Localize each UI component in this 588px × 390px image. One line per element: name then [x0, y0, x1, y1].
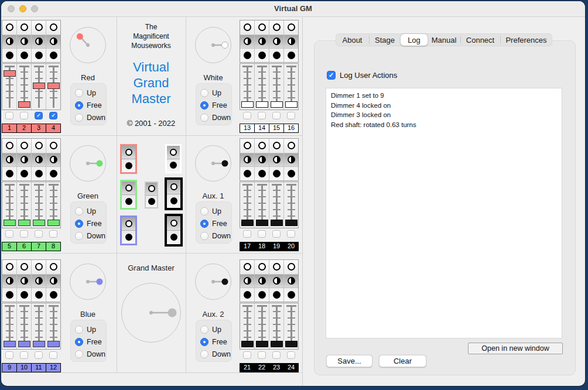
channel-19-switch-down[interactable]	[269, 166, 283, 180]
channel-9-switch-up[interactable]	[2, 260, 16, 274]
channel-15-switch-up[interactable]	[269, 20, 283, 35]
radio-button-icon[interactable]	[75, 101, 83, 110]
channel-10-slider-handle[interactable]	[18, 341, 30, 347]
channel-14-slider[interactable]	[254, 64, 269, 110]
channel-7-switch-mid[interactable]	[31, 153, 46, 167]
grand-master-knob-dial[interactable]	[121, 282, 182, 343]
aux1-radio-free[interactable]: Free	[196, 217, 231, 230]
channel-7-slider-handle[interactable]	[33, 220, 45, 226]
channel-12-switch-mid[interactable]	[46, 274, 60, 288]
channel-15-lock-checkbox[interactable]	[272, 112, 281, 119]
blue-knob-dial[interactable]	[69, 263, 107, 300]
channel-8-switch-mid[interactable]	[46, 153, 60, 167]
tab-preferences[interactable]: Preferences	[500, 33, 552, 46]
blue-radio-up[interactable]: Up	[71, 323, 106, 336]
channel-6-switch-mid[interactable]	[16, 153, 31, 167]
channel-11-switch-up[interactable]	[31, 260, 46, 274]
grand-master-knob[interactable]	[121, 282, 182, 345]
selector-switch-black-upper[interactable]	[165, 177, 183, 210]
channel-4-switch-mid[interactable]	[46, 35, 60, 49]
channel-18-slider[interactable]	[254, 182, 269, 228]
channel-12-switch-up[interactable]	[46, 260, 60, 274]
red-master-knob[interactable]	[69, 26, 107, 66]
channel-8-switch-up[interactable]	[46, 139, 60, 153]
channel-15-slider[interactable]	[269, 64, 283, 110]
channel-18-lock-checkbox[interactable]	[258, 230, 266, 238]
channel-17-switch-up[interactable]	[240, 139, 254, 153]
channel-22-switch-down[interactable]	[254, 288, 269, 302]
channel-20-slider[interactable]	[283, 182, 298, 228]
channel-17-switch-down[interactable]	[240, 166, 254, 180]
channel-3-slider-handle[interactable]	[33, 83, 45, 89]
black-lower-switch-up[interactable]	[167, 216, 180, 230]
channel-14-switch-up[interactable]	[254, 20, 269, 35]
channel-23-switch-down[interactable]	[269, 288, 283, 302]
channel-1-switch-mid[interactable]	[2, 35, 16, 49]
green-master-knob[interactable]	[69, 145, 107, 184]
channel-6-slider[interactable]	[16, 182, 31, 228]
channel-9-slider-handle[interactable]	[4, 341, 16, 347]
aux2-master-knob[interactable]	[194, 263, 232, 303]
channel-14-lock-checkbox[interactable]	[258, 112, 266, 119]
channel-3-lock-checkbox[interactable]: ✓	[35, 112, 43, 119]
channel-16-switch-mid[interactable]	[283, 35, 298, 49]
drawer-bar[interactable]: ›	[1, 373, 302, 386]
channel-17-lock-checkbox[interactable]	[243, 230, 251, 238]
blue-master-knob[interactable]	[69, 263, 107, 303]
channel-13-slider-handle[interactable]	[241, 101, 254, 108]
channel-12-lock-checkbox[interactable]	[49, 351, 57, 359]
red-radio-up[interactable]: Up	[71, 87, 106, 99]
channel-6-switch-up[interactable]	[16, 139, 31, 153]
green-radio-up[interactable]: Up	[71, 205, 106, 217]
channel-10-lock-checkbox[interactable]	[20, 351, 28, 359]
green-knob-dial[interactable]	[69, 145, 107, 182]
channel-9-lock-checkbox[interactable]	[5, 351, 13, 359]
title-bar[interactable]: Virtual GM	[1, 1, 585, 17]
channel-16-switch-up[interactable]	[283, 20, 298, 35]
tab-about[interactable]: About	[336, 33, 369, 46]
channel-4-slider[interactable]	[46, 64, 60, 110]
radio-button-icon[interactable]	[75, 350, 83, 358]
channel-15-switch-mid[interactable]	[269, 35, 283, 49]
channel-13-lock-checkbox[interactable]	[243, 112, 251, 119]
white-master-knob[interactable]	[194, 26, 232, 66]
green-radio-free[interactable]: Free	[71, 217, 106, 230]
channel-2-switch-up[interactable]	[16, 20, 31, 35]
channel-15-slider-handle[interactable]	[271, 101, 283, 108]
channel-9-switch-down[interactable]	[2, 288, 16, 302]
radio-button-icon[interactable]	[75, 220, 83, 228]
channel-16-slider[interactable]	[283, 64, 298, 110]
log-output[interactable]: Dimmer 1 set to 9Dimmer 4 locked onDimme…	[326, 88, 562, 338]
channel-14-switch-mid[interactable]	[254, 35, 269, 49]
channel-19-switch-mid[interactable]	[269, 153, 283, 167]
black-upper-switch-up[interactable]	[167, 180, 180, 194]
channel-21-lock-checkbox[interactable]	[243, 351, 251, 359]
channel-11-lock-checkbox[interactable]	[35, 351, 43, 359]
channel-22-switch-up[interactable]	[254, 260, 269, 274]
channel-2-slider[interactable]	[16, 64, 31, 110]
channel-6-lock-checkbox[interactable]	[20, 230, 28, 238]
channel-23-lock-checkbox[interactable]	[272, 351, 281, 359]
channel-11-switch-mid[interactable]	[31, 274, 46, 288]
red-radio-down[interactable]: Down	[71, 111, 106, 124]
channel-19-slider[interactable]	[269, 182, 283, 228]
aux2-radio-up[interactable]: Up	[196, 323, 231, 336]
selector-switch-white[interactable]	[165, 144, 182, 173]
selector-switch-black-lower[interactable]	[165, 214, 183, 247]
green-switch-down[interactable]	[122, 194, 135, 208]
channel-5-slider-handle[interactable]	[4, 220, 16, 226]
aux1-master-knob[interactable]	[194, 145, 232, 184]
channel-15-switch-down[interactable]	[269, 48, 283, 62]
channel-11-slider[interactable]	[31, 303, 46, 349]
radio-button-icon[interactable]	[200, 326, 208, 334]
channel-1-lock-checkbox[interactable]	[5, 112, 13, 119]
channel-13-switch-mid[interactable]	[240, 35, 254, 49]
radio-button-icon[interactable]	[200, 207, 208, 215]
tab-log[interactable]: Log	[401, 34, 428, 46]
channel-24-slider[interactable]	[283, 303, 298, 349]
channel-19-switch-up[interactable]	[269, 139, 283, 153]
channel-5-switch-down[interactable]	[2, 166, 16, 180]
plain-switch-up[interactable]	[146, 183, 157, 195]
channel-1-switch-down[interactable]	[2, 48, 16, 62]
channel-2-switch-mid[interactable]	[16, 35, 31, 49]
